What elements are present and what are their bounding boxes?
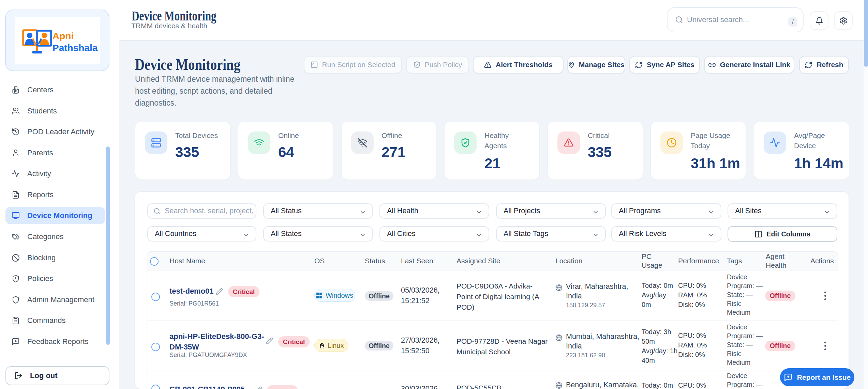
svg-text:Pathshala: Pathshala (53, 43, 98, 53)
svg-text:Apni: Apni (53, 31, 74, 41)
